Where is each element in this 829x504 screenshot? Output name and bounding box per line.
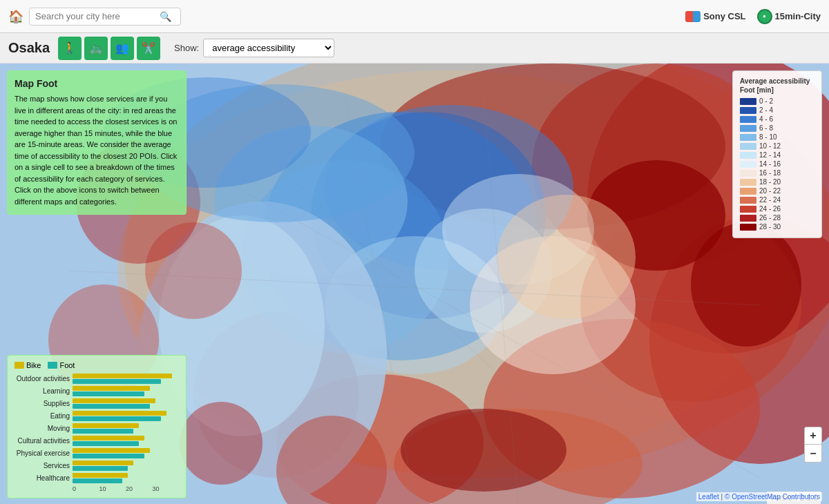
- legend-row: 24 - 26: [740, 205, 814, 213]
- legend-color-swatch: [740, 143, 756, 150]
- chart-legend: Bike Foot: [15, 361, 179, 369]
- header: 🏠 🔍 Sony CSL ● 15min-City: [0, 0, 829, 33]
- legend-row: 4 - 6: [740, 115, 814, 123]
- chart-row: Services: [15, 461, 179, 471]
- bike-bar: [73, 386, 150, 391]
- zoom-out-button[interactable]: −: [804, 445, 822, 463]
- legend-range-text: 14 - 16: [759, 160, 781, 168]
- legend-row: 16 - 18: [740, 169, 814, 177]
- legend-color-swatch: [740, 170, 756, 177]
- legend-row: 14 - 16: [740, 160, 814, 168]
- legend-color-swatch: [740, 206, 756, 213]
- svg-point-13: [691, 222, 801, 347]
- legend-row: 20 - 22: [740, 187, 814, 195]
- bar-group: [73, 436, 144, 446]
- bike-bar: [73, 374, 172, 378]
- chart-row-label: Services: [15, 462, 70, 469]
- svg-point-33: [180, 402, 263, 485]
- attribution: Leaflet | © OpenStreetMap Contributors: [696, 492, 822, 501]
- legend-color-swatch: [740, 188, 756, 195]
- subheader: Osaka 🚶 🚲 👥 ✂️ Show: average accessibili…: [0, 33, 829, 64]
- axis-0: 0: [73, 485, 99, 492]
- foot-bar: [73, 478, 122, 483]
- bike-mode-button[interactable]: 🚲: [84, 37, 108, 60]
- map-foot-panel: Map Foot The map shows how close service…: [7, 70, 187, 215]
- legend-range-text: 6 - 8: [759, 124, 773, 132]
- foot-legend-label: Foot: [59, 361, 75, 369]
- foot-bar: [73, 416, 161, 421]
- legend-range-text: 20 - 22: [759, 187, 781, 195]
- foot-bar: [73, 404, 150, 409]
- chart-row: Physical exercise: [15, 448, 179, 458]
- bar-group: [73, 374, 172, 384]
- foot-bar: [73, 379, 161, 384]
- foot-bar: [73, 391, 144, 396]
- walk-mode-button[interactable]: 🚶: [58, 37, 82, 60]
- bar-group: [73, 411, 166, 421]
- chart-row-label: Supplies: [15, 400, 70, 407]
- leaflet-link[interactable]: Leaflet: [698, 493, 719, 501]
- chart-row: Supplies: [15, 398, 179, 409]
- chart-row-label: Outdoor activities: [15, 375, 70, 382]
- legend-color-swatch: [740, 179, 756, 186]
- show-select[interactable]: average accessibility walking accessibil…: [203, 39, 334, 57]
- legend-row: 6 - 8: [740, 124, 814, 132]
- legend-panel: Average accessibilityFoot [min] 0 - 22 -…: [732, 70, 822, 238]
- search-input[interactable]: [35, 11, 160, 21]
- search-box: 🔍: [29, 8, 181, 26]
- bar-group: [73, 461, 133, 471]
- bike-bar: [73, 436, 144, 440]
- chart-row: Moving: [15, 423, 179, 434]
- bar-group: [73, 423, 139, 434]
- legend-items: 0 - 22 - 44 - 66 - 88 - 1010 - 1212 - 14…: [740, 97, 814, 231]
- legend-range-text: 18 - 20: [759, 178, 781, 186]
- chart-row-label: Eating: [15, 412, 70, 420]
- edit-mode-button[interactable]: ✂️: [137, 37, 160, 60]
- legend-color-swatch: [740, 161, 756, 168]
- osm-link[interactable]: © OpenStreetMap Contributors: [725, 493, 820, 501]
- bike-bar: [73, 473, 128, 478]
- bike-bar: [73, 461, 133, 465]
- bike-bar: [73, 411, 166, 416]
- search-button[interactable]: 🔍: [160, 11, 171, 22]
- legend-row: 2 - 4: [740, 106, 814, 114]
- chart-row: Learning: [15, 386, 179, 396]
- legend-color-swatch: [740, 215, 756, 222]
- bar-group: [73, 398, 155, 409]
- bike-bar: [73, 448, 150, 453]
- chart-panel: Bike Foot Outdoor activitiesLearningSupp…: [7, 355, 187, 498]
- legend-range-text: 24 - 26: [759, 205, 781, 213]
- chart-row-label: Moving: [15, 425, 70, 432]
- legend-range-text: 4 - 6: [759, 115, 773, 123]
- legend-range-text: 12 - 14: [759, 151, 781, 159]
- chart-row: Eating: [15, 411, 179, 421]
- foot-bar: [73, 429, 133, 434]
- legend-color-swatch: [740, 107, 756, 114]
- chart-row: Cultural activities: [15, 436, 179, 446]
- legend-color-swatch: [740, 125, 756, 132]
- legend-color-swatch: [740, 116, 756, 123]
- legend-range-text: 16 - 18: [759, 169, 781, 177]
- home-icon[interactable]: 🏠: [8, 9, 23, 24]
- map-area[interactable]: Map Foot The map shows how close service…: [0, 64, 829, 504]
- community-mode-button[interactable]: 👥: [111, 37, 134, 60]
- svg-point-24: [497, 195, 636, 319]
- legend-range-text: 0 - 2: [759, 97, 773, 105]
- axis-20: 20: [126, 485, 153, 492]
- legend-range-text: 8 - 10: [759, 133, 777, 141]
- chart-row: Outdoor activities: [15, 374, 179, 384]
- legend-color-swatch: [740, 224, 756, 231]
- legend-row: 18 - 20: [740, 178, 814, 186]
- legend-range-text: 2 - 4: [759, 106, 773, 114]
- foot-legend-swatch: [48, 362, 57, 369]
- legend-color-swatch: [740, 152, 756, 159]
- bar-group: [73, 386, 150, 396]
- 15min-city-label: 15min-City: [775, 11, 821, 21]
- axis-30: 30: [153, 485, 180, 492]
- legend-range-text: 22 - 24: [759, 196, 781, 204]
- svg-point-14: [401, 409, 566, 492]
- zoom-in-button[interactable]: +: [804, 427, 822, 445]
- foot-bar: [73, 466, 128, 471]
- legend-row: 12 - 14: [740, 151, 814, 159]
- legend-color-swatch: [740, 197, 756, 204]
